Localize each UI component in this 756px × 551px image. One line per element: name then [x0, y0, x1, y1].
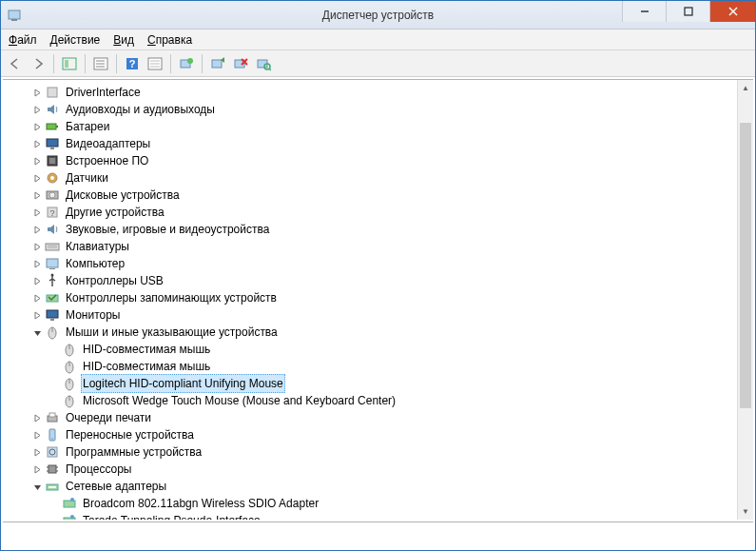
forward-button[interactable]	[28, 53, 48, 74]
tree-item[interactable]: Видеоадаптеры	[3, 135, 737, 152]
tree-item[interactable]: Очереди печати	[3, 409, 737, 426]
expand-icon[interactable]	[31, 448, 43, 457]
tree-item[interactable]: Контроллеры запоминающих устройств	[3, 289, 737, 306]
expand-icon[interactable]	[31, 140, 43, 148]
tree-item[interactable]: Компьютер	[3, 255, 737, 272]
tree-item[interactable]: Аудиовходы и аудиовыходы	[3, 101, 737, 118]
back-button[interactable]	[5, 53, 26, 74]
action-button[interactable]	[145, 53, 165, 74]
tree-item[interactable]: HID-совместимая мышь	[3, 358, 737, 375]
expand-icon[interactable]	[31, 260, 43, 268]
window-controls	[622, 1, 755, 29]
tree-item[interactable]: Датчики	[3, 169, 737, 187]
svg-rect-43	[47, 259, 58, 267]
svg-point-19	[187, 58, 193, 64]
toolbar: ?	[1, 50, 755, 77]
tree-item-label: Мониторы	[64, 306, 122, 324]
menubar: Файл Действие Вид Справка	[1, 30, 755, 50]
separator	[53, 54, 54, 73]
svg-point-75	[70, 515, 74, 519]
enable-button[interactable]	[207, 53, 228, 74]
menu-help[interactable]: Справка	[147, 33, 192, 47]
sensor-icon	[45, 170, 60, 186]
expand-icon[interactable]	[31, 243, 43, 251]
svg-point-37	[49, 192, 55, 198]
tree-item[interactable]: Мыши и иные указывающие устройства	[3, 324, 737, 341]
expand-icon[interactable]	[31, 414, 43, 423]
expand-icon[interactable]	[31, 294, 43, 303]
svg-point-35	[50, 176, 54, 180]
audio-icon	[45, 222, 60, 237]
expand-icon[interactable]	[31, 277, 43, 285]
device-tree[interactable]: DriverInterfaceАудиовходы и аудиовыходыБ…	[3, 80, 737, 520]
tree-item[interactable]: Переносные устройства	[3, 426, 737, 443]
tree-item[interactable]: Программные устройства	[3, 443, 737, 461]
tree-item[interactable]: Клавиатуры	[3, 238, 737, 255]
tree-item[interactable]: Процессоры	[3, 461, 737, 478]
tree-item[interactable]: Встроенное ПО	[3, 152, 737, 169]
tree-item[interactable]: Broadcom 802.11abgn Wireless SDIO Adapte…	[3, 495, 737, 512]
vertical-scrollbar[interactable]: ▲ ▼	[737, 80, 753, 520]
details-panel	[3, 521, 753, 548]
properties-button[interactable]	[90, 53, 111, 74]
expand-icon[interactable]	[31, 311, 43, 320]
menu-view[interactable]: Вид	[113, 33, 134, 47]
separator	[85, 54, 86, 73]
tree-item[interactable]: Teredo Tunneling Pseudo-Interface	[3, 512, 737, 520]
expand-icon[interactable]	[31, 106, 43, 114]
collapse-icon[interactable]	[31, 328, 43, 337]
tree-item[interactable]: DriverInterface	[3, 84, 737, 101]
expand-icon[interactable]	[31, 431, 43, 440]
svg-rect-31	[50, 148, 54, 149]
svg-rect-44	[49, 268, 55, 269]
scrollbar-thumb[interactable]	[740, 123, 751, 408]
expand-icon[interactable]	[31, 174, 43, 183]
separator	[116, 54, 117, 73]
tree-item[interactable]: Logitech HID-compliant Unifying Mouse	[3, 375, 737, 392]
uninstall-button[interactable]	[230, 53, 251, 74]
expand-icon[interactable]	[31, 191, 43, 200]
expand-icon[interactable]	[31, 465, 43, 474]
expand-icon[interactable]	[31, 226, 43, 234]
close-button[interactable]	[709, 1, 755, 22]
svg-rect-47	[47, 310, 58, 318]
svg-rect-29	[56, 126, 58, 128]
collapse-icon[interactable]	[31, 482, 43, 491]
scrollbar-down-icon[interactable]: ▼	[738, 503, 753, 520]
tree-item-label: Logitech HID-compliant Unifying Mouse	[81, 374, 285, 393]
menu-action[interactable]: Действие	[50, 33, 101, 47]
scrollbar-up-icon[interactable]: ▲	[738, 80, 753, 96]
minimize-button[interactable]	[622, 1, 666, 22]
update-driver-button[interactable]	[176, 53, 197, 74]
menu-file[interactable]: Файл	[9, 33, 37, 47]
expand-icon[interactable]	[31, 89, 43, 97]
titlebar: Диспетчер устройств	[1, 1, 755, 30]
tree-item[interactable]: Батареи	[3, 118, 737, 135]
netcard-icon	[62, 513, 77, 520]
tree-item-label: Программные устройства	[64, 443, 204, 461]
tree-item-label: Дисковые устройства	[64, 187, 182, 204]
tree-item[interactable]: Мониторы	[3, 306, 737, 324]
expand-icon[interactable]	[31, 208, 43, 217]
tree-item[interactable]: Дисковые устройства	[3, 187, 737, 204]
maximize-button[interactable]	[666, 1, 709, 22]
expand-icon[interactable]	[31, 157, 43, 166]
tree-item[interactable]: Microsoft Wedge Touch Mouse (Mouse and K…	[3, 392, 737, 409]
expand-icon[interactable]	[31, 123, 43, 131]
svg-text:?: ?	[49, 208, 54, 218]
tree-item[interactable]: Контроллеры USB	[3, 272, 737, 289]
tree-item-label: Клавиатуры	[64, 238, 131, 255]
tree-item-label: Процессоры	[64, 461, 134, 478]
help-button[interactable]: ?	[122, 53, 143, 74]
portable-icon	[45, 427, 60, 443]
scan-hardware-button[interactable]	[253, 53, 274, 74]
tree-item[interactable]: HID-совместимая мышь	[3, 341, 737, 358]
usb-icon	[45, 273, 60, 288]
svg-point-45	[51, 274, 54, 277]
separator	[170, 54, 171, 73]
show-hide-console-button[interactable]	[59, 53, 80, 74]
tree-item[interactable]: Сетевые адаптеры	[3, 478, 737, 495]
tree-item-label: Teredo Tunneling Pseudo-Interface	[81, 512, 262, 520]
tree-item[interactable]: Звуковые, игровые и видеоустройства	[3, 221, 737, 238]
tree-item[interactable]: ?Другие устройства	[3, 204, 737, 221]
